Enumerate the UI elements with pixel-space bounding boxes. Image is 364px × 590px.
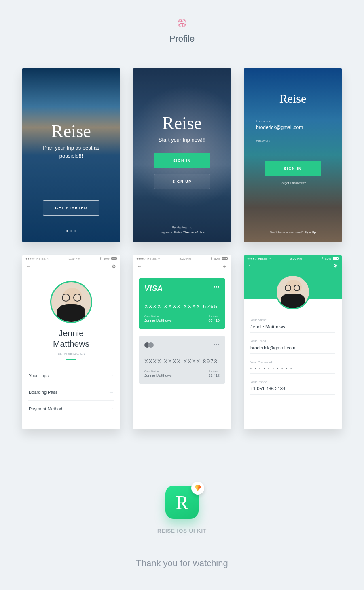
chevron-right-icon: → [110, 373, 114, 378]
signup-button[interactable]: SIGN UP [154, 174, 210, 189]
thanks-text: Thank you for watching [0, 558, 364, 569]
mastercard-logo [144, 342, 220, 348]
email-label: Your Email [250, 339, 335, 343]
signup-prompt: Don't have an account? Sign Up [244, 230, 342, 235]
profile-name: JennieMatthews [22, 328, 120, 349]
password-input[interactable]: • • • • • • • • • • • • [256, 144, 330, 148]
add-icon[interactable]: ＋ [222, 263, 227, 270]
status-bar: ●●●●○REISE⌵ 5:20 PM ⚲80% [22, 255, 120, 262]
divider [66, 359, 76, 360]
app-icon: R [165, 486, 199, 519]
name-label: Your Name [250, 318, 335, 322]
forgot-password-link[interactable]: Forgot Password? [280, 181, 306, 185]
card-number: XXXX XXXX XXXX 8973 [144, 358, 220, 364]
password-label: Your Password [250, 360, 335, 364]
page-dots [66, 230, 76, 232]
password-label: Password [256, 139, 330, 142]
more-icon[interactable]: ••• [213, 342, 220, 348]
screen-edit-profile: ●●●●○REISE⌵ 5:20 PM ⚲80% ← ⚙ Your Name J… [244, 255, 342, 429]
settings-icon[interactable]: ⚙ [112, 264, 116, 269]
back-icon[interactable]: ← [248, 263, 253, 269]
menu-payment-method[interactable]: Payment Method→ [28, 401, 114, 417]
terms-text: By signing up, I agree to Reise Therms o… [133, 225, 231, 235]
status-bar: ●●●●○REISE⌵ 5:20 PM ⚲80% [133, 255, 231, 262]
screen-auth-intro: Reise Start your trip now!!! SIGN IN SIG… [133, 68, 231, 242]
back-icon[interactable]: ← [26, 264, 31, 269]
username-input[interactable]: broderick@gmail.com [256, 125, 330, 130]
login-signin-button[interactable]: SIGN IN [265, 161, 321, 176]
profile-location: San Francisco, CA [22, 352, 120, 355]
brand-logo: Reise [162, 113, 202, 133]
kit-name: REISE IOS UI KIT [0, 528, 364, 534]
chevron-right-icon: → [110, 390, 114, 394]
terms-link[interactable]: Therms of Use [183, 231, 204, 234]
card-visa[interactable]: VISA ••• XXXX XXXX XXXX 6265 Card Holder… [139, 278, 225, 329]
onboard-tagline: Plan your trip as best as possible!!! [39, 144, 104, 160]
status-bar: ●●●●○REISE⌵ 5:20 PM ⚲80% [244, 255, 342, 262]
brand-logo: Reise [279, 92, 307, 106]
intro-subtitle: Start your trip now!!! [159, 136, 205, 144]
menu-boarding-pass[interactable]: Boarding Pass→ [28, 384, 114, 401]
name-input[interactable]: Jennie Matthews [250, 324, 335, 329]
more-icon[interactable]: ••• [213, 284, 220, 290]
password-input[interactable]: • • • • • • • • • • [250, 366, 335, 370]
card-mastercard[interactable]: ••• XXXX XXXX XXXX 8973 Card HolderJenni… [139, 336, 225, 384]
chevron-right-icon: → [110, 406, 114, 411]
screen-login: Reise Username broderick@gmail.com Passw… [244, 68, 342, 242]
screen-profile: ●●●●○REISE⌵ 5:20 PM ⚲80% ← ⚙ JennieMatth… [22, 255, 120, 429]
get-started-button[interactable]: GET STARTED [43, 200, 99, 216]
username-label: Username [256, 119, 330, 123]
settings-icon[interactable]: ⚙ [333, 263, 338, 269]
screen-cards: ●●●●○REISE⌵ 5:20 PM ⚲80% ← ＋ VISA ••• XX… [133, 255, 231, 429]
back-icon[interactable]: ← [137, 264, 142, 269]
visa-logo: VISA [144, 284, 220, 293]
signin-button[interactable]: SIGN IN [154, 153, 210, 168]
avatar[interactable] [275, 275, 310, 309]
email-input[interactable]: broderick@gmail.com [250, 345, 335, 350]
dribbble-icon [177, 18, 187, 30]
phone-label: Your Phone [250, 380, 335, 384]
sketch-gem-icon [195, 485, 201, 491]
page-title: Profile [0, 34, 364, 44]
screen-onboarding: Reise Plan your trip as best as possible… [22, 68, 120, 242]
wifi-icon: ⌵ [47, 257, 49, 260]
menu-your-trips[interactable]: Your Trips→ [28, 368, 114, 384]
card-number: XXXX XXXX XXXX 6265 [144, 303, 220, 309]
avatar[interactable] [50, 281, 92, 323]
brand-logo: Reise [51, 121, 91, 142]
signup-link[interactable]: Sign Up [305, 231, 316, 234]
phone-input[interactable]: +1 051 436 2134 [250, 386, 335, 391]
sketch-badge [191, 482, 204, 495]
